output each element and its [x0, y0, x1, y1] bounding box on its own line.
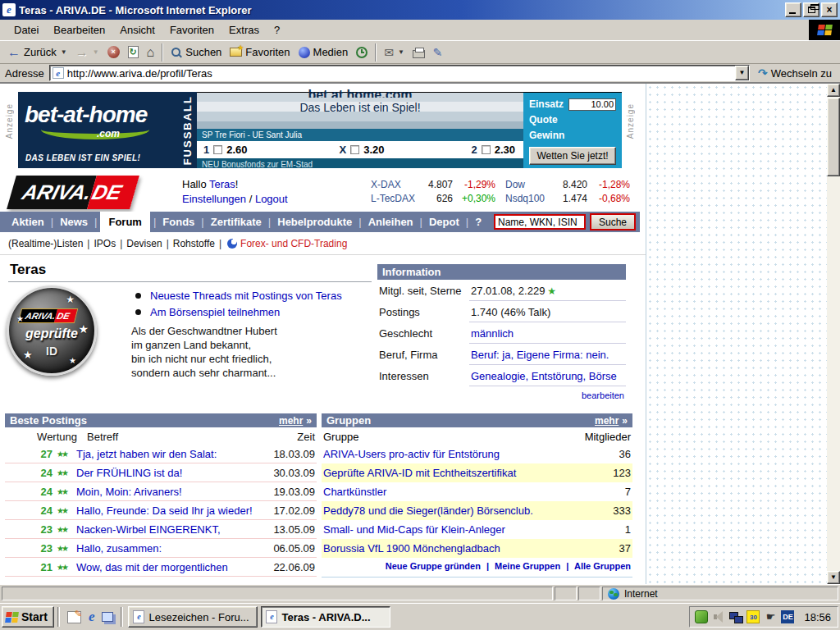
task-button-teras-active[interactable]: e Teras - ARIVA.D... — [261, 606, 390, 628]
banner-ad[interactable]: Anzeige bet-at-home .com DAS LEBEN IST E… — [5, 90, 638, 170]
posting-link[interactable]: Wow, das mit der morgentlichen — [74, 561, 266, 573]
beste-postings-title: Beste Postings — [10, 414, 279, 427]
scroll-up-button[interactable]: ▲ — [827, 84, 840, 97]
subnav-forex[interactable]: Forex- und CFD-Trading — [240, 238, 347, 249]
network-tray-icon[interactable] — [729, 610, 742, 623]
settings-link[interactable]: Einstellungen — [182, 193, 246, 205]
mail-button[interactable]: ✉ ▼ — [380, 43, 409, 62]
nav-anleihen[interactable]: Anleihen — [367, 216, 415, 228]
back-button[interactable]: ← Zurück ▼ — [3, 43, 71, 62]
all-groups-link[interactable]: Alle Gruppen — [574, 561, 631, 571]
quicklaunch-ie-icon[interactable]: e — [89, 609, 95, 624]
menu-bearbeiten[interactable]: Bearbeiten — [46, 21, 112, 39]
gruppen-more-link[interactable]: mehr — [595, 415, 619, 427]
subnav-listen[interactable]: (Realtime-)Listen — [8, 238, 83, 249]
quote-search-input[interactable] — [494, 214, 586, 230]
subnav-devisen[interactable]: Devisen — [126, 238, 162, 249]
forward-button[interactable]: → ▼ — [71, 43, 103, 62]
go-button[interactable]: ↷ Wechseln zu — [750, 66, 837, 80]
new-group-link[interactable]: Neue Gruppe gründen — [386, 561, 481, 571]
bet-now-button[interactable]: Wetten Sie jetzt! — [529, 147, 616, 165]
posting-link[interactable]: Hallo, zusammen: — [74, 542, 266, 555]
info-value-link[interactable]: Beruf: ja, Eigene Firma: nein. — [469, 344, 626, 365]
quicklaunch-windows-icon[interactable] — [102, 612, 113, 622]
posting-link[interactable]: Moin, Moin: Arivaners! — [74, 486, 266, 498]
group-link[interactable]: Geprüfte ARIVA-ID mit Echtheitszertifika… — [323, 467, 573, 479]
nav-depot[interactable]: Depot — [427, 216, 461, 228]
minimize-button[interactable] — [785, 2, 801, 17]
logout-link[interactable]: Logout — [255, 193, 288, 205]
index-name-tecdax[interactable]: L-TecDAX — [371, 192, 418, 206]
back-dropdown-icon[interactable]: ▼ — [61, 48, 67, 56]
info-value-link[interactable]: männlich — [469, 322, 626, 344]
address-input[interactable] — [67, 66, 735, 80]
quote-search-button[interactable]: Suche — [590, 213, 636, 231]
nav-hebelprodukte[interactable]: Hebelprodukte — [276, 216, 354, 228]
task-button-lesezeichen[interactable]: e Lesezeichen - Foru... — [128, 606, 258, 628]
close-button[interactable]: × — [821, 2, 838, 17]
home-button[interactable]: ⌂ — [143, 43, 159, 62]
beste-postings-more-link[interactable]: mehr — [279, 415, 303, 427]
pointer-tray-icon[interactable]: ☛ — [764, 610, 777, 623]
newest-threads-link[interactable]: Neueste Threads mit Postings von Teras — [150, 288, 342, 304]
odd-home-checkbox[interactable] — [213, 145, 222, 154]
media-button[interactable]: Medien — [294, 43, 353, 62]
odd-draw-checkbox[interactable] — [350, 145, 359, 154]
vertical-scrollbar[interactable]: ▲ ▼ — [827, 84, 840, 584]
posting-link[interactable]: Nacken-Wirbel EINGERENKT, — [74, 523, 266, 536]
odd-away-checkbox[interactable] — [482, 145, 491, 154]
stop-button[interactable]: × — [103, 43, 124, 62]
search-button[interactable]: Suchen — [167, 43, 226, 62]
group-link[interactable]: ARIVA-Users pro-activ für Entstörung — [323, 448, 573, 460]
quicklaunch-desktop-icon[interactable] — [67, 611, 81, 623]
nav-aktien[interactable]: Aktien — [10, 216, 46, 228]
print-button[interactable] — [409, 43, 429, 62]
start-button[interactable]: Start — [2, 606, 54, 628]
my-groups-link[interactable]: Meine Gruppen — [495, 561, 560, 571]
menu-favoriten[interactable]: Favoriten — [162, 21, 221, 39]
history-button[interactable] — [352, 43, 372, 62]
index-name-dow[interactable]: Dow — [505, 178, 556, 192]
edit-profile-link[interactable]: bearbeiten — [377, 386, 626, 400]
nav-help[interactable]: ? — [473, 216, 483, 228]
mail-dropdown-icon[interactable]: ▼ — [398, 48, 404, 56]
info-value-link[interactable]: Genealogie, Entstörung, Börse — [469, 365, 626, 386]
menu-datei[interactable]: Datei — [7, 21, 46, 39]
einsatz-input[interactable] — [568, 98, 616, 111]
address-dropdown-button[interactable]: ▼ — [735, 66, 749, 80]
back-label: Zurück — [24, 46, 57, 58]
group-row: Peddy78 und die Sieger(länder) Börsenclu… — [322, 501, 632, 520]
restore-button[interactable] — [803, 2, 819, 17]
menu-hilfe[interactable]: ? — [267, 21, 287, 39]
language-indicator[interactable]: DE — [781, 610, 794, 623]
subnav-rohstoffe[interactable]: Rohstoffe — [173, 238, 215, 249]
index-name-nsdq[interactable]: Nsdq100 — [505, 192, 556, 206]
edit-button[interactable]: ✎ — [429, 43, 447, 62]
scrollbar-thumb[interactable] — [827, 98, 840, 176]
menu-extras[interactable]: Extras — [221, 21, 267, 39]
ariva-logo[interactable]: ARIVA. DE — [7, 176, 139, 209]
username-link[interactable]: Teras — [209, 178, 235, 190]
bet-at-home-logo[interactable]: bet-at-home .com DAS LEBEN IST EIN SPIEL… — [18, 92, 177, 168]
nav-news[interactable]: News — [58, 216, 89, 228]
posting-link[interactable]: Der FRÜHLING ist da! — [74, 467, 266, 479]
posting-link[interactable]: Tja, jetzt haben wir den Salat: — [74, 448, 266, 460]
refresh-button[interactable]: ↻ — [124, 43, 143, 62]
favorites-button[interactable]: Favoriten — [226, 43, 294, 62]
year30-tray-icon[interactable]: 30 — [746, 610, 760, 623]
group-link[interactable]: Small- und Mid-Caps für Klein-Anleger — [323, 523, 573, 536]
nav-fonds[interactable]: Fonds — [161, 216, 196, 228]
subnav-ipos[interactable]: IPOs — [94, 238, 116, 249]
volume-tray-icon[interactable] — [712, 610, 725, 623]
scroll-down-button[interactable]: ▼ — [827, 571, 840, 584]
nav-forum-active[interactable]: Forum — [100, 212, 149, 234]
posting-link[interactable]: Hallo, Freunde: Da seid Ihr ja wieder! — [74, 504, 266, 517]
menu-ansicht[interactable]: Ansicht — [112, 21, 162, 39]
boersenspiel-link[interactable]: Am Börsenspiel teilnehmen — [150, 304, 280, 320]
group-link[interactable]: Peddy78 und die Sieger(länder) Börsenclu… — [323, 504, 573, 517]
group-link[interactable]: Chartkünstler — [323, 486, 573, 498]
nav-zertifikate[interactable]: Zertifikate — [209, 216, 263, 228]
index-name-xdax[interactable]: X-DAX — [371, 178, 418, 192]
graphics-tool-tray-icon[interactable] — [695, 610, 708, 623]
group-link[interactable]: Borussia VfL 1900 Mönchengladbach — [323, 542, 573, 555]
